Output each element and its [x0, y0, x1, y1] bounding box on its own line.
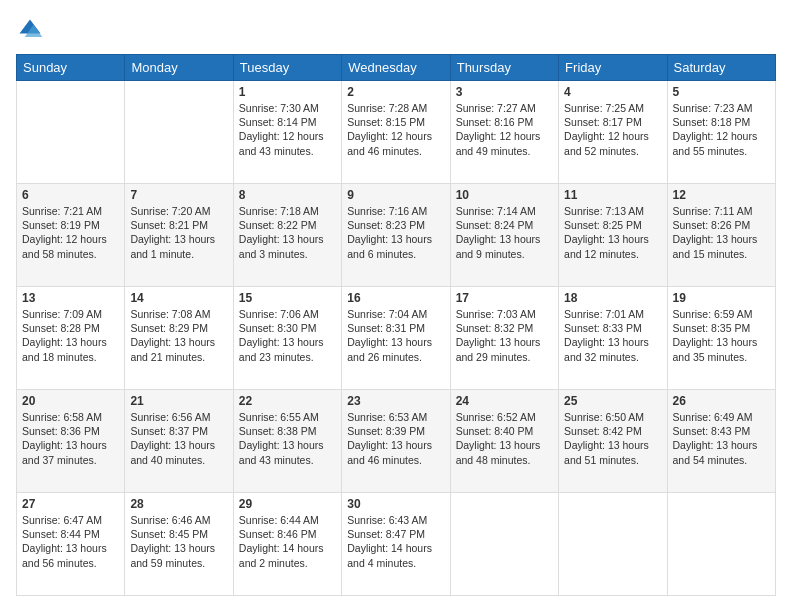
daylight-text: Daylight: 13 hours: [673, 438, 770, 452]
day-number: 29: [239, 497, 336, 511]
sunset-text: Sunset: 8:24 PM: [456, 218, 553, 232]
sunrise-text: Sunrise: 6:53 AM: [347, 410, 444, 424]
day-number: 20: [22, 394, 119, 408]
calendar-cell: 30 Sunrise: 6:43 AM Sunset: 8:47 PM Dayl…: [342, 493, 450, 596]
col-wednesday: Wednesday: [342, 55, 450, 81]
sunset-text: Sunset: 8:23 PM: [347, 218, 444, 232]
sunset-text: Sunset: 8:22 PM: [239, 218, 336, 232]
calendar-cell: 7 Sunrise: 7:20 AM Sunset: 8:21 PM Dayli…: [125, 184, 233, 287]
daylight-text-cont: and 55 minutes.: [673, 144, 770, 158]
logo: [16, 16, 48, 44]
daylight-text: Daylight: 13 hours: [347, 438, 444, 452]
daylight-text: Daylight: 13 hours: [673, 335, 770, 349]
daylight-text: Daylight: 12 hours: [564, 129, 661, 143]
sunset-text: Sunset: 8:33 PM: [564, 321, 661, 335]
daylight-text-cont: and 12 minutes.: [564, 247, 661, 261]
calendar-week-row: 13 Sunrise: 7:09 AM Sunset: 8:28 PM Dayl…: [17, 287, 776, 390]
daylight-text-cont: and 18 minutes.: [22, 350, 119, 364]
sunset-text: Sunset: 8:15 PM: [347, 115, 444, 129]
daylight-text-cont: and 6 minutes.: [347, 247, 444, 261]
calendar-cell: 5 Sunrise: 7:23 AM Sunset: 8:18 PM Dayli…: [667, 81, 775, 184]
sunset-text: Sunset: 8:43 PM: [673, 424, 770, 438]
daylight-text: Daylight: 12 hours: [22, 232, 119, 246]
day-number: 25: [564, 394, 661, 408]
sunrise-text: Sunrise: 6:56 AM: [130, 410, 227, 424]
sunrise-text: Sunrise: 7:01 AM: [564, 307, 661, 321]
calendar-cell: 1 Sunrise: 7:30 AM Sunset: 8:14 PM Dayli…: [233, 81, 341, 184]
calendar-cell: 9 Sunrise: 7:16 AM Sunset: 8:23 PM Dayli…: [342, 184, 450, 287]
daylight-text-cont: and 2 minutes.: [239, 556, 336, 570]
day-number: 1: [239, 85, 336, 99]
calendar-cell: 10 Sunrise: 7:14 AM Sunset: 8:24 PM Dayl…: [450, 184, 558, 287]
sunset-text: Sunset: 8:29 PM: [130, 321, 227, 335]
daylight-text: Daylight: 12 hours: [347, 129, 444, 143]
sunset-text: Sunset: 8:37 PM: [130, 424, 227, 438]
daylight-text: Daylight: 13 hours: [22, 438, 119, 452]
sunset-text: Sunset: 8:45 PM: [130, 527, 227, 541]
day-number: 27: [22, 497, 119, 511]
daylight-text: Daylight: 13 hours: [130, 438, 227, 452]
sunrise-text: Sunrise: 7:13 AM: [564, 204, 661, 218]
day-number: 11: [564, 188, 661, 202]
day-number: 23: [347, 394, 444, 408]
daylight-text-cont: and 37 minutes.: [22, 453, 119, 467]
daylight-text: Daylight: 13 hours: [130, 541, 227, 555]
day-number: 13: [22, 291, 119, 305]
sunset-text: Sunset: 8:17 PM: [564, 115, 661, 129]
day-number: 5: [673, 85, 770, 99]
sunset-text: Sunset: 8:42 PM: [564, 424, 661, 438]
calendar-cell: [450, 493, 558, 596]
sunrise-text: Sunrise: 7:23 AM: [673, 101, 770, 115]
calendar-cell: 29 Sunrise: 6:44 AM Sunset: 8:46 PM Dayl…: [233, 493, 341, 596]
calendar-cell: 11 Sunrise: 7:13 AM Sunset: 8:25 PM Dayl…: [559, 184, 667, 287]
calendar-cell: 18 Sunrise: 7:01 AM Sunset: 8:33 PM Dayl…: [559, 287, 667, 390]
daylight-text: Daylight: 13 hours: [130, 335, 227, 349]
daylight-text: Daylight: 14 hours: [347, 541, 444, 555]
daylight-text: Daylight: 13 hours: [347, 232, 444, 246]
sunrise-text: Sunrise: 6:44 AM: [239, 513, 336, 527]
daylight-text-cont: and 46 minutes.: [347, 144, 444, 158]
day-number: 6: [22, 188, 119, 202]
day-number: 8: [239, 188, 336, 202]
daylight-text: Daylight: 13 hours: [239, 232, 336, 246]
calendar-cell: 16 Sunrise: 7:04 AM Sunset: 8:31 PM Dayl…: [342, 287, 450, 390]
calendar-cell: 14 Sunrise: 7:08 AM Sunset: 8:29 PM Dayl…: [125, 287, 233, 390]
sunrise-text: Sunrise: 7:16 AM: [347, 204, 444, 218]
daylight-text: Daylight: 14 hours: [239, 541, 336, 555]
sunset-text: Sunset: 8:19 PM: [22, 218, 119, 232]
day-number: 17: [456, 291, 553, 305]
daylight-text: Daylight: 12 hours: [239, 129, 336, 143]
calendar-cell: 13 Sunrise: 7:09 AM Sunset: 8:28 PM Dayl…: [17, 287, 125, 390]
sunset-text: Sunset: 8:21 PM: [130, 218, 227, 232]
calendar-week-row: 1 Sunrise: 7:30 AM Sunset: 8:14 PM Dayli…: [17, 81, 776, 184]
calendar-cell: 19 Sunrise: 6:59 AM Sunset: 8:35 PM Dayl…: [667, 287, 775, 390]
col-sunday: Sunday: [17, 55, 125, 81]
sunrise-text: Sunrise: 7:25 AM: [564, 101, 661, 115]
sunrise-text: Sunrise: 6:59 AM: [673, 307, 770, 321]
daylight-text-cont: and 35 minutes.: [673, 350, 770, 364]
sunrise-text: Sunrise: 7:20 AM: [130, 204, 227, 218]
calendar-cell: 2 Sunrise: 7:28 AM Sunset: 8:15 PM Dayli…: [342, 81, 450, 184]
day-number: 12: [673, 188, 770, 202]
sunset-text: Sunset: 8:44 PM: [22, 527, 119, 541]
col-thursday: Thursday: [450, 55, 558, 81]
day-number: 3: [456, 85, 553, 99]
daylight-text: Daylight: 13 hours: [673, 232, 770, 246]
calendar-cell: 17 Sunrise: 7:03 AM Sunset: 8:32 PM Dayl…: [450, 287, 558, 390]
sunset-text: Sunset: 8:14 PM: [239, 115, 336, 129]
daylight-text-cont: and 59 minutes.: [130, 556, 227, 570]
col-monday: Monday: [125, 55, 233, 81]
sunset-text: Sunset: 8:30 PM: [239, 321, 336, 335]
calendar-week-row: 6 Sunrise: 7:21 AM Sunset: 8:19 PM Dayli…: [17, 184, 776, 287]
daylight-text: Daylight: 12 hours: [673, 129, 770, 143]
sunset-text: Sunset: 8:36 PM: [22, 424, 119, 438]
sunset-text: Sunset: 8:46 PM: [239, 527, 336, 541]
daylight-text-cont: and 40 minutes.: [130, 453, 227, 467]
calendar-table: Sunday Monday Tuesday Wednesday Thursday…: [16, 54, 776, 596]
calendar-cell: 21 Sunrise: 6:56 AM Sunset: 8:37 PM Dayl…: [125, 390, 233, 493]
daylight-text: Daylight: 13 hours: [456, 335, 553, 349]
day-number: 15: [239, 291, 336, 305]
daylight-text-cont: and 15 minutes.: [673, 247, 770, 261]
sunrise-text: Sunrise: 7:27 AM: [456, 101, 553, 115]
calendar-cell: 25 Sunrise: 6:50 AM Sunset: 8:42 PM Dayl…: [559, 390, 667, 493]
